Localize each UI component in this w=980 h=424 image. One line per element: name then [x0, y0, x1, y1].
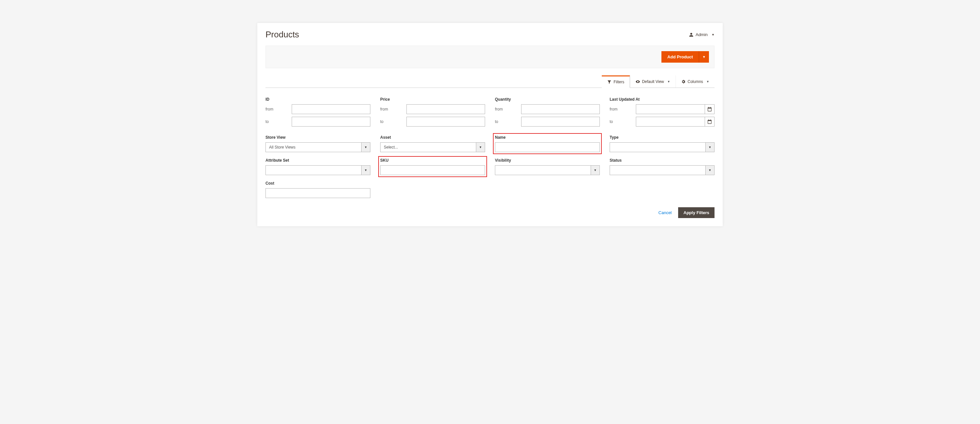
- filter-id-from-input[interactable]: [292, 104, 371, 114]
- type-select[interactable]: ▼: [609, 142, 714, 152]
- filter-quantity-from-input[interactable]: [521, 104, 600, 114]
- filter-sku-input[interactable]: [380, 165, 485, 175]
- datepicker-to-button[interactable]: [705, 117, 714, 127]
- filter-quantity: Quantity from to: [495, 97, 600, 129]
- page-title: Products: [266, 30, 299, 40]
- filters-tab[interactable]: Filters: [602, 75, 630, 88]
- filter-price-title: Price: [380, 97, 485, 102]
- filter-type: Type ▼: [609, 135, 714, 152]
- filter-id-to-label: to: [266, 120, 292, 124]
- asset-select[interactable]: Select... ▼: [380, 142, 485, 152]
- filter-last-updated-to-input[interactable]: [636, 117, 705, 127]
- filter-store-view: Store View All Store Views ▼: [266, 135, 371, 152]
- filter-attribute-set: Attribute Set ▼: [266, 158, 371, 175]
- filter-cost-title: Cost: [266, 181, 371, 186]
- filter-sku: SKU: [380, 158, 485, 175]
- filter-name-input[interactable]: [495, 142, 600, 152]
- filters-tab-label: Filters: [614, 80, 624, 84]
- filter-status: Status ▼: [609, 158, 714, 175]
- filter-id-to-input[interactable]: [292, 117, 371, 127]
- filter-price-from-label: from: [380, 107, 406, 112]
- filter-last-updated: Last Updated At from to: [609, 97, 714, 129]
- page-header: Products Admin ▼: [266, 30, 714, 46]
- caret-down-icon: ▼: [706, 80, 709, 83]
- cancel-link[interactable]: Cancel: [659, 210, 671, 215]
- columns-tab-label: Columns: [688, 79, 703, 84]
- caret-down-icon: ▼: [711, 33, 714, 37]
- filter-quantity-title: Quantity: [495, 97, 600, 102]
- calendar-icon: [707, 119, 712, 124]
- user-icon: [689, 32, 694, 37]
- calendar-icon: [707, 107, 712, 112]
- gear-icon: [681, 79, 686, 84]
- status-selected: [609, 165, 705, 175]
- grid-controls: Filters Default View ▼ Columns ▼: [266, 75, 714, 88]
- page-card: Products Admin ▼ Add Product ▼ Filters D…: [257, 23, 723, 226]
- filter-visibility-title: Visibility: [495, 158, 600, 163]
- datepicker-from-button[interactable]: [705, 104, 714, 114]
- add-product-toggle[interactable]: ▼: [699, 51, 709, 63]
- default-view-tab[interactable]: Default View ▼: [630, 75, 676, 88]
- filter-price-to-input[interactable]: [406, 117, 485, 127]
- add-product-split-button: Add Product ▼: [662, 51, 709, 63]
- default-view-label: Default View: [642, 79, 664, 84]
- filter-price: Price from to: [380, 97, 485, 129]
- admin-user-menu[interactable]: Admin ▼: [689, 32, 714, 37]
- filter-quantity-to-label: to: [495, 120, 521, 124]
- columns-tab[interactable]: Columns ▼: [676, 75, 714, 88]
- add-product-button[interactable]: Add Product: [662, 51, 699, 63]
- filter-id-from-label: from: [266, 107, 292, 112]
- filter-last-updated-to-label: to: [609, 120, 636, 124]
- filter-quantity-to-input[interactable]: [521, 117, 600, 127]
- store-view-selected: All Store Views: [266, 142, 361, 152]
- filter-sku-title: SKU: [380, 158, 485, 163]
- filter-attribute-set-title: Attribute Set: [266, 158, 371, 163]
- filter-last-updated-from-input[interactable]: [636, 104, 705, 114]
- filter-name-title: Name: [495, 135, 600, 140]
- filters-footer: Cancel Apply Filters: [266, 201, 714, 218]
- filter-visibility: Visibility ▼: [495, 158, 600, 175]
- filter-cost-input[interactable]: [266, 188, 371, 198]
- visibility-select[interactable]: ▼: [495, 165, 600, 175]
- filter-last-updated-title: Last Updated At: [609, 97, 714, 102]
- chevron-down-icon: ▼: [361, 142, 371, 152]
- filter-name: Name: [495, 135, 600, 152]
- filter-cost: Cost: [266, 181, 371, 198]
- status-select[interactable]: ▼: [609, 165, 714, 175]
- attribute-set-select[interactable]: ▼: [266, 165, 371, 175]
- admin-user-label: Admin: [695, 32, 708, 37]
- asset-selected: Select...: [380, 142, 476, 152]
- chevron-down-icon: ▼: [705, 165, 714, 175]
- apply-filters-button[interactable]: Apply Filters: [678, 207, 714, 218]
- funnel-icon: [607, 80, 612, 84]
- filter-price-to-label: to: [380, 120, 406, 124]
- filter-last-updated-from-label: from: [609, 107, 636, 112]
- store-view-select[interactable]: All Store Views ▼: [266, 142, 371, 152]
- attribute-set-selected: [266, 165, 361, 175]
- chevron-down-icon: ▼: [590, 165, 600, 175]
- caret-down-icon: ▼: [667, 80, 670, 83]
- visibility-selected: [495, 165, 590, 175]
- eye-icon: [636, 79, 640, 84]
- filter-asset-title: Asset: [380, 135, 485, 140]
- filter-status-title: Status: [609, 158, 714, 163]
- action-toolbar: Add Product ▼: [266, 46, 714, 68]
- filter-store-view-title: Store View: [266, 135, 371, 140]
- filter-price-from-input[interactable]: [406, 104, 485, 114]
- filters-panel: ID from to Price from to Quantity: [266, 88, 714, 201]
- filter-quantity-from-label: from: [495, 107, 521, 112]
- chevron-down-icon: ▼: [705, 142, 714, 152]
- type-selected: [609, 142, 705, 152]
- filter-id: ID from to: [266, 97, 371, 129]
- filter-id-title: ID: [266, 97, 371, 102]
- chevron-down-icon: ▼: [361, 165, 371, 175]
- filter-asset: Asset Select... ▼: [380, 135, 485, 152]
- chevron-down-icon: ▼: [476, 142, 485, 152]
- filter-type-title: Type: [609, 135, 714, 140]
